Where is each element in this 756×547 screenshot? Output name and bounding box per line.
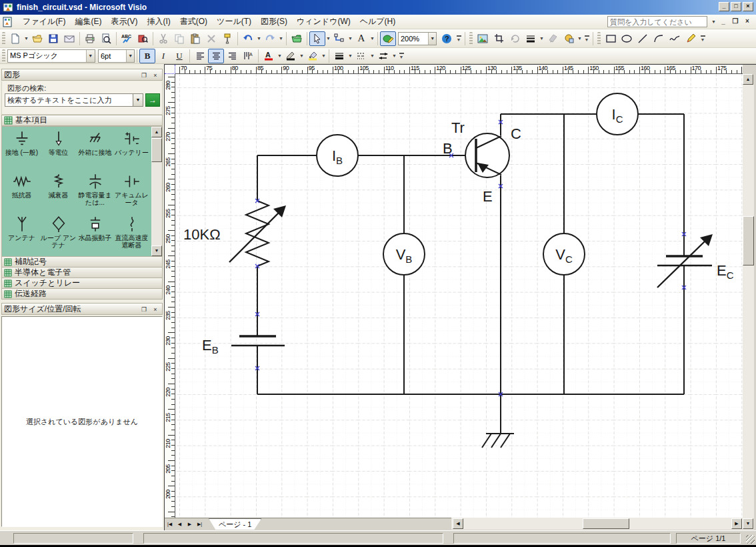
page-tab[interactable]: ページ - 1: [209, 518, 261, 530]
fill-color-dropdown[interactable]: ▼: [321, 49, 327, 63]
connector-tool-dropdown[interactable]: ▼: [347, 31, 353, 46]
drawing-toolbar-grip[interactable]: [597, 32, 601, 45]
align-center-button[interactable]: [208, 49, 224, 63]
bold-button[interactable]: B: [139, 49, 155, 63]
cut-button[interactable]: [155, 31, 171, 46]
ellipse-tool-button[interactable]: [619, 31, 635, 46]
document-close-button[interactable]: ×: [743, 17, 752, 26]
line-weight-dropdown[interactable]: ▼: [347, 49, 353, 63]
meter-vb[interactable]: VB: [383, 233, 425, 275]
menu-format[interactable]: 書式(O): [175, 14, 212, 29]
document-minimize-button[interactable]: _: [719, 17, 728, 26]
scroll-down-icon[interactable]: ▼: [743, 518, 753, 529]
stencil-shape-dc-breaker[interactable]: 直流高速度遮断器: [113, 213, 150, 256]
drawing-toolbar-options[interactable]: ▼: [699, 31, 707, 46]
picture-line-weight-dropdown[interactable]: ▼: [539, 31, 545, 46]
stencil-shape-resistor[interactable]: 抵抗器: [3, 171, 40, 213]
format-toolbar-grip[interactable]: [2, 49, 5, 63]
size-pane-float-button[interactable]: ❐: [139, 305, 149, 314]
menu-help[interactable]: ヘルプ(H): [355, 14, 401, 29]
redo-dropdown[interactable]: ▼: [278, 31, 284, 46]
undo-button[interactable]: [240, 31, 256, 46]
menu-insert[interactable]: 挿入(I): [142, 14, 175, 29]
menu-file[interactable]: ファイル(F): [18, 14, 70, 29]
undo-dropdown[interactable]: ▼: [256, 31, 262, 46]
line-ends-button[interactable]: [375, 49, 391, 63]
open-button[interactable]: [29, 31, 45, 46]
stencil-shape-antenna[interactable]: アンテナ: [3, 213, 40, 256]
line-tool-button[interactable]: [635, 31, 651, 46]
menu-shape[interactable]: 図形(S): [256, 14, 292, 29]
stencil-section-transmission-paths[interactable]: 伝送経路: [1, 289, 163, 300]
rectangle-tool-button[interactable]: [603, 31, 619, 46]
meter-ic[interactable]: IC: [597, 93, 638, 135]
print-button[interactable]: [82, 31, 98, 46]
toolbar-grip[interactable]: [2, 32, 5, 45]
stencil-scroll-thumb[interactable]: [151, 138, 162, 162]
copy-button[interactable]: [171, 31, 187, 46]
font-size-combo[interactable]: ▼: [98, 49, 135, 63]
font-size-dropdown-icon[interactable]: ▼: [126, 50, 134, 62]
line-color-button[interactable]: [283, 49, 299, 63]
arc-tool-button[interactable]: [651, 31, 667, 46]
spelling-button[interactable]: ABC: [119, 31, 135, 46]
line-ends-dropdown[interactable]: ▼: [391, 49, 397, 63]
picture-toolbar-options[interactable]: ▼: [583, 31, 591, 46]
picture-fill-color-button[interactable]: [561, 31, 577, 46]
pencil-tool-button[interactable]: [683, 31, 699, 46]
standard-toolbar-options[interactable]: ▼: [455, 31, 463, 46]
font-name-combo[interactable]: ▼: [7, 49, 95, 63]
freeform-tool-button[interactable]: [667, 31, 683, 46]
font-name-dropdown-icon[interactable]: ▼: [86, 50, 95, 62]
save-button[interactable]: [45, 31, 61, 46]
vertical-ruler[interactable]: 2802752702652602552502452402352302252202…: [165, 74, 175, 518]
question-dropdown-icon[interactable]: ▼: [711, 19, 716, 24]
stencil-shape-attenuator[interactable]: 減衰器: [40, 171, 77, 213]
stencil-header[interactable]: 基本項目: [1, 115, 163, 126]
line-weight-button[interactable]: [331, 49, 347, 63]
underline-button[interactable]: U: [171, 49, 187, 63]
previous-page-button[interactable]: ◀: [175, 519, 185, 530]
stencil-scroll-down-icon[interactable]: ▼: [151, 245, 162, 256]
font-color-dropdown[interactable]: ▼: [277, 49, 283, 63]
pointer-tool-button[interactable]: [309, 31, 325, 46]
stencil-scrollbar[interactable]: ▲ ▼: [151, 127, 162, 256]
menu-view[interactable]: 表示(V): [106, 14, 142, 29]
delete-button[interactable]: [203, 31, 219, 46]
menu-edit[interactable]: 編集(E): [70, 14, 106, 29]
crop-button[interactable]: [491, 31, 507, 46]
maximize-button[interactable]: □: [731, 2, 741, 11]
rotate-button[interactable]: [507, 31, 523, 46]
vertical-scrollbar[interactable]: ▲ ▼: [743, 74, 754, 530]
horizontal-ruler[interactable]: 7075808590951001051101151201251301351401…: [175, 65, 743, 74]
align-right-button[interactable]: [224, 49, 240, 63]
picture-toolbar-grip[interactable]: [469, 32, 473, 45]
minimize-button[interactable]: _: [719, 2, 729, 11]
size-pane-close-button[interactable]: ×: [151, 305, 160, 314]
line-pattern-dropdown[interactable]: ▼: [369, 49, 375, 63]
align-left-button[interactable]: [192, 49, 208, 63]
picture-shadow-button[interactable]: [545, 31, 561, 46]
new-document-button[interactable]: [7, 31, 23, 46]
pointer-tool-dropdown[interactable]: ▼: [325, 31, 331, 46]
picture-line-weight-button[interactable]: [523, 31, 539, 46]
stencil-scroll-up-icon[interactable]: ▲: [151, 127, 162, 137]
format-painter-button[interactable]: [219, 31, 235, 46]
menu-window[interactable]: ウィンドウ(W): [292, 14, 355, 29]
stencil-shape-accumulator[interactable]: アキュムレータ: [113, 171, 150, 213]
drawing-canvas[interactable]: 10KΩ EB EC: [175, 74, 743, 518]
italic-button[interactable]: I: [155, 49, 171, 63]
print-preview-button[interactable]: [98, 31, 114, 46]
fill-color-button[interactable]: [305, 49, 321, 63]
insert-picture-button[interactable]: [475, 31, 491, 46]
help-button[interactable]: ?: [439, 31, 455, 46]
horizontal-scroll-thumb[interactable]: [583, 518, 629, 529]
stencil-shape-equipotential[interactable]: 等電位: [40, 128, 77, 171]
shape-search-dropdown-icon[interactable]: ▼: [133, 93, 143, 107]
research-button[interactable]: [135, 31, 151, 46]
connector-tool-button[interactable]: [331, 31, 347, 46]
meter-ib[interactable]: IB: [317, 135, 358, 176]
zoom-combo[interactable]: ▼: [398, 32, 437, 45]
line-pattern-button[interactable]: [353, 49, 369, 63]
stencil-shape-battery[interactable]: バッテリー: [113, 128, 150, 171]
